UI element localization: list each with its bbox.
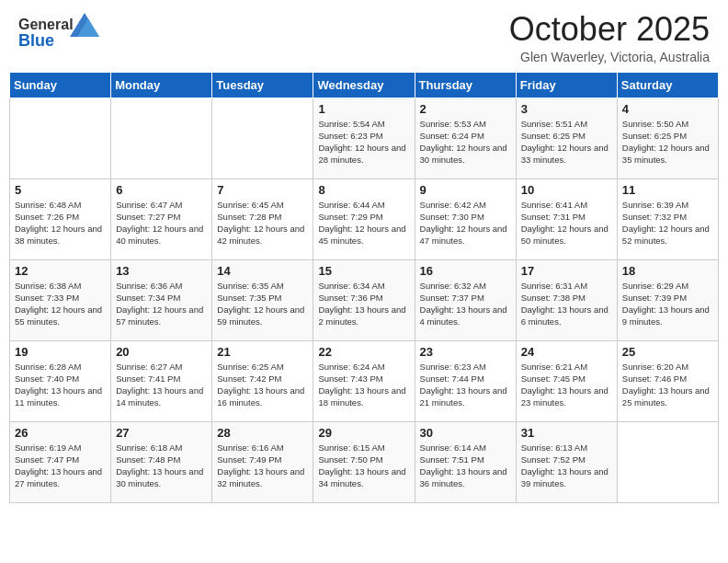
calendar-cell: 1Sunrise: 5:54 AM Sunset: 6:23 PM Daylig…	[313, 98, 415, 178]
day-number: 6	[116, 183, 207, 197]
day-number: 21	[217, 345, 308, 359]
day-number: 18	[622, 264, 713, 278]
day-number: 28	[217, 426, 308, 440]
calendar-cell: 6Sunrise: 6:47 AM Sunset: 7:27 PM Daylig…	[111, 178, 212, 259]
calendar-cell: 2Sunrise: 5:53 AM Sunset: 6:24 PM Daylig…	[415, 98, 516, 178]
calendar-cell: 19Sunrise: 6:28 AM Sunset: 7:40 PM Dayli…	[10, 340, 111, 421]
day-number: 17	[521, 264, 612, 278]
cell-content: Sunrise: 6:14 AM Sunset: 7:51 PM Dayligh…	[420, 442, 511, 490]
calendar-cell: 30Sunrise: 6:14 AM Sunset: 7:51 PM Dayli…	[415, 421, 516, 502]
calendar-cell: 4Sunrise: 5:50 AM Sunset: 6:25 PM Daylig…	[617, 98, 718, 178]
cell-content: Sunrise: 6:16 AM Sunset: 7:49 PM Dayligh…	[217, 442, 308, 490]
week-row-0: 1Sunrise: 5:54 AM Sunset: 6:23 PM Daylig…	[10, 98, 719, 178]
calendar-cell: 24Sunrise: 6:21 AM Sunset: 7:45 PM Dayli…	[516, 340, 617, 421]
day-number: 19	[15, 345, 106, 359]
calendar-cell: 10Sunrise: 6:41 AM Sunset: 7:31 PM Dayli…	[516, 178, 617, 259]
cell-content: Sunrise: 6:29 AM Sunset: 7:39 PM Dayligh…	[622, 280, 713, 328]
day-number: 25	[622, 345, 713, 359]
calendar-cell: 14Sunrise: 6:35 AM Sunset: 7:35 PM Dayli…	[212, 259, 313, 340]
calendar-cell: 29Sunrise: 6:15 AM Sunset: 7:50 PM Dayli…	[313, 421, 415, 502]
calendar-cell: 15Sunrise: 6:34 AM Sunset: 7:36 PM Dayli…	[313, 259, 415, 340]
calendar-cell: 26Sunrise: 6:19 AM Sunset: 7:47 PM Dayli…	[10, 421, 111, 502]
day-number: 15	[318, 264, 409, 278]
day-number: 13	[116, 264, 207, 278]
calendar-cell: 20Sunrise: 6:27 AM Sunset: 7:41 PM Dayli…	[111, 340, 212, 421]
day-number: 26	[15, 426, 106, 440]
calendar-cell: 25Sunrise: 6:20 AM Sunset: 7:46 PM Dayli…	[617, 340, 718, 421]
page: General Blue October 2025 Glen Waverley,…	[0, 0, 728, 563]
calendar-table: SundayMondayTuesdayWednesdayThursdayFrid…	[9, 72, 719, 503]
day-number: 30	[420, 426, 511, 440]
cell-content: Sunrise: 5:53 AM Sunset: 6:24 PM Dayligh…	[420, 118, 511, 167]
calendar-cell: 31Sunrise: 6:13 AM Sunset: 7:52 PM Dayli…	[516, 421, 617, 502]
header-cell-friday: Friday	[516, 72, 617, 98]
location: Glen Waverley, Victoria, Australia	[509, 50, 710, 64]
logo: General Blue	[18, 11, 101, 52]
calendar-cell: 12Sunrise: 6:38 AM Sunset: 7:33 PM Dayli…	[10, 259, 111, 340]
svg-text:General: General	[18, 17, 74, 32]
day-number: 5	[15, 183, 106, 197]
cell-content: Sunrise: 6:21 AM Sunset: 7:45 PM Dayligh…	[521, 361, 612, 409]
calendar-cell: 18Sunrise: 6:29 AM Sunset: 7:39 PM Dayli…	[617, 259, 718, 340]
calendar-cell: 8Sunrise: 6:44 AM Sunset: 7:29 PM Daylig…	[313, 178, 415, 259]
svg-text:Blue: Blue	[18, 31, 54, 50]
calendar-cell: 16Sunrise: 6:32 AM Sunset: 7:37 PM Dayli…	[415, 259, 516, 340]
cell-content: Sunrise: 5:50 AM Sunset: 6:25 PM Dayligh…	[622, 118, 713, 167]
calendar-cell: 11Sunrise: 6:39 AM Sunset: 7:32 PM Dayli…	[617, 178, 718, 259]
cell-content: Sunrise: 6:32 AM Sunset: 7:37 PM Dayligh…	[420, 280, 511, 328]
day-number: 31	[521, 426, 612, 440]
month-title: October 2025	[509, 11, 710, 48]
cell-content: Sunrise: 6:48 AM Sunset: 7:26 PM Dayligh…	[15, 199, 106, 247]
week-row-2: 12Sunrise: 6:38 AM Sunset: 7:33 PM Dayli…	[10, 259, 719, 340]
header-row: SundayMondayTuesdayWednesdayThursdayFrid…	[10, 72, 719, 98]
cell-content: Sunrise: 6:41 AM Sunset: 7:31 PM Dayligh…	[521, 199, 612, 247]
cell-content: Sunrise: 6:38 AM Sunset: 7:33 PM Dayligh…	[15, 280, 106, 328]
calendar-cell: 23Sunrise: 6:23 AM Sunset: 7:44 PM Dayli…	[415, 340, 516, 421]
day-number: 27	[116, 426, 207, 440]
header-cell-sunday: Sunday	[10, 72, 111, 98]
day-number: 1	[318, 102, 409, 116]
cell-content: Sunrise: 6:18 AM Sunset: 7:48 PM Dayligh…	[116, 442, 207, 490]
cell-content: Sunrise: 6:35 AM Sunset: 7:35 PM Dayligh…	[217, 280, 308, 328]
day-number: 23	[420, 345, 511, 359]
cell-content: Sunrise: 6:20 AM Sunset: 7:46 PM Dayligh…	[622, 361, 713, 409]
day-number: 16	[420, 264, 511, 278]
cell-content: Sunrise: 6:45 AM Sunset: 7:28 PM Dayligh…	[217, 199, 308, 247]
cell-content: Sunrise: 6:36 AM Sunset: 7:34 PM Dayligh…	[116, 280, 207, 328]
day-number: 14	[217, 264, 308, 278]
day-number: 2	[420, 102, 511, 116]
logo-svg: General Blue	[18, 11, 101, 52]
header-cell-saturday: Saturday	[617, 72, 718, 98]
day-number: 11	[622, 183, 713, 197]
calendar-cell: 21Sunrise: 6:25 AM Sunset: 7:42 PM Dayli…	[212, 340, 313, 421]
cell-content: Sunrise: 6:27 AM Sunset: 7:41 PM Dayligh…	[116, 361, 207, 409]
calendar-cell: 22Sunrise: 6:24 AM Sunset: 7:43 PM Dayli…	[313, 340, 415, 421]
header: General Blue October 2025 Glen Waverley,…	[0, 0, 728, 72]
calendar-cell: 17Sunrise: 6:31 AM Sunset: 7:38 PM Dayli…	[516, 259, 617, 340]
week-row-1: 5Sunrise: 6:48 AM Sunset: 7:26 PM Daylig…	[10, 178, 719, 259]
calendar-cell: 28Sunrise: 6:16 AM Sunset: 7:49 PM Dayli…	[212, 421, 313, 502]
cell-content: Sunrise: 5:54 AM Sunset: 6:23 PM Dayligh…	[318, 118, 409, 167]
calendar-cell	[212, 98, 313, 178]
cell-content: Sunrise: 6:34 AM Sunset: 7:36 PM Dayligh…	[318, 280, 409, 328]
day-number: 3	[521, 102, 612, 116]
calendar-cell	[617, 421, 718, 502]
header-cell-tuesday: Tuesday	[212, 72, 313, 98]
week-row-4: 26Sunrise: 6:19 AM Sunset: 7:47 PM Dayli…	[10, 421, 719, 502]
cell-content: Sunrise: 6:42 AM Sunset: 7:30 PM Dayligh…	[420, 199, 511, 247]
calendar-cell: 9Sunrise: 6:42 AM Sunset: 7:30 PM Daylig…	[415, 178, 516, 259]
day-number: 9	[420, 183, 511, 197]
cell-content: Sunrise: 6:47 AM Sunset: 7:27 PM Dayligh…	[116, 199, 207, 247]
calendar-cell: 5Sunrise: 6:48 AM Sunset: 7:26 PM Daylig…	[10, 178, 111, 259]
calendar: SundayMondayTuesdayWednesdayThursdayFrid…	[0, 72, 728, 563]
cell-content: Sunrise: 6:44 AM Sunset: 7:29 PM Dayligh…	[318, 199, 409, 247]
cell-content: Sunrise: 6:19 AM Sunset: 7:47 PM Dayligh…	[15, 442, 106, 490]
day-number: 22	[318, 345, 409, 359]
header-cell-wednesday: Wednesday	[313, 72, 415, 98]
cell-content: Sunrise: 6:23 AM Sunset: 7:44 PM Dayligh…	[420, 361, 511, 409]
calendar-body: 1Sunrise: 5:54 AM Sunset: 6:23 PM Daylig…	[10, 98, 719, 502]
week-row-3: 19Sunrise: 6:28 AM Sunset: 7:40 PM Dayli…	[10, 340, 719, 421]
calendar-cell: 13Sunrise: 6:36 AM Sunset: 7:34 PM Dayli…	[111, 259, 212, 340]
calendar-cell	[10, 98, 111, 178]
cell-content: Sunrise: 6:39 AM Sunset: 7:32 PM Dayligh…	[622, 199, 713, 247]
